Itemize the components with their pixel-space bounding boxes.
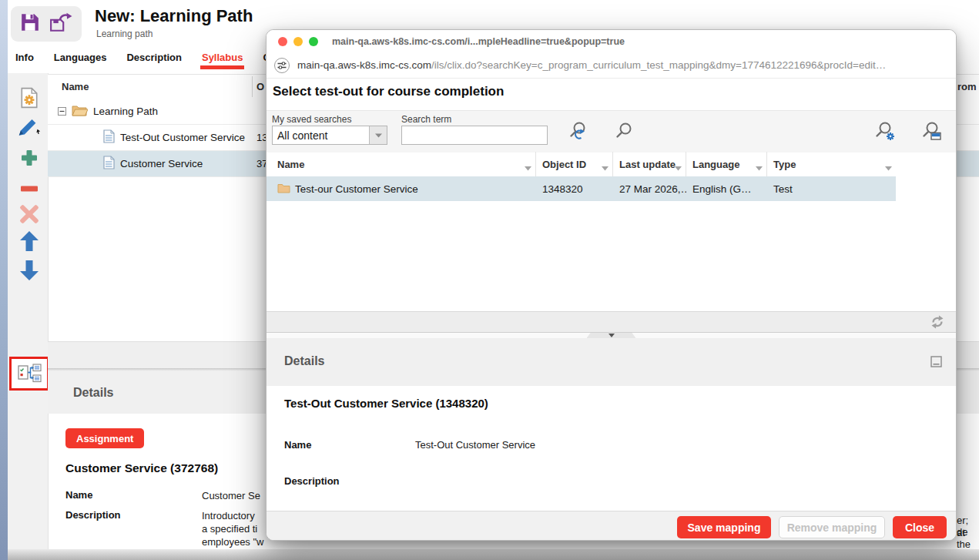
close-window-button[interactable] (278, 37, 287, 46)
document-icon (103, 156, 115, 173)
tree-item-label[interactable]: Customer Service (120, 158, 203, 169)
tree-item-label[interactable]: Test-Out Customer Service (120, 132, 245, 143)
add-icon[interactable] (18, 146, 41, 169)
filter-dropdown-icon[interactable] (524, 161, 532, 175)
column-header-name[interactable]: Name (267, 152, 536, 176)
saved-search-icon[interactable] (921, 121, 943, 144)
column-divider (252, 76, 253, 97)
tab-info[interactable]: Info (14, 52, 35, 69)
tree-item-label[interactable]: Learning Path (93, 106, 158, 117)
popup-details-header-bar: Details (267, 338, 956, 386)
details-header-label: Details (284, 354, 324, 368)
delete-icon[interactable] (18, 203, 41, 226)
remove-icon[interactable] (18, 177, 41, 200)
save-mapping-button[interactable]: Save mapping (677, 516, 771, 538)
tree-column-object-id-partial[interactable]: O (256, 81, 264, 92)
site-settings-icon[interactable] (274, 58, 290, 73)
popup-titlebar[interactable]: main-qa.aws-k8s.imc-cs.com/i...mpleHeadl… (267, 30, 956, 54)
popup-button-bar: Save mapping Remove mapping Close (267, 511, 956, 541)
collapse-expander-icon[interactable] (58, 105, 66, 119)
new-object-icon[interactable] (18, 86, 41, 109)
search-term-label: Search term (401, 114, 451, 125)
tab-syllabus[interactable]: Syllabus (200, 52, 244, 69)
page-title: New: Learning Path (95, 6, 253, 26)
result-row-selected[interactable]: Test-our Customer Service 1348320 27 Mar… (267, 176, 896, 201)
column-header-object-id[interactable]: Object ID (536, 152, 613, 176)
name-value: Customer Se (202, 489, 260, 502)
results-footer-bar (267, 311, 956, 333)
description-value-line: a specified ti (202, 522, 257, 535)
popup-heading: Select test-out for course completion (273, 84, 504, 99)
popup-window: main-qa.aws-k8s.imc-cs.com/i...mpleHeadl… (266, 29, 957, 541)
window-bottom-edge (8, 549, 979, 560)
tree-column-name[interactable]: Name (62, 81, 89, 92)
column-header-type[interactable]: Type (767, 152, 896, 176)
url-path: /ils/clix.do?searchKey=c_program_curricu… (431, 59, 886, 71)
saved-searches-selected-value: All content (273, 129, 369, 142)
saved-searches-select[interactable]: All content (272, 126, 387, 145)
zoom-window-button[interactable] (309, 37, 318, 46)
edit-icon[interactable] (18, 116, 41, 139)
save-toolbar (11, 6, 82, 42)
move-up-icon[interactable] (18, 230, 41, 253)
description-label: Description (284, 475, 340, 487)
filter-dropdown-icon[interactable] (674, 161, 682, 175)
search-term-input[interactable] (401, 126, 548, 145)
document-icon (103, 129, 115, 146)
popup-window-title: main-qa.aws-k8s.imc-cs.com/i...mpleHeadl… (332, 36, 625, 47)
save-icon[interactable] (20, 12, 40, 35)
tab-languages[interactable]: Languages (52, 52, 109, 69)
splitter-handle[interactable] (587, 333, 636, 338)
description-label: Description (65, 509, 121, 521)
search-bar: My saved searches All content Search ter… (267, 110, 956, 153)
column-label: Object ID (536, 159, 586, 170)
highlight-annotation (9, 357, 49, 391)
column-header-language[interactable]: Language (686, 152, 767, 176)
minimize-window-button[interactable] (293, 37, 303, 46)
folder-icon (277, 183, 290, 196)
description-right-fragment: at the (957, 527, 979, 550)
tab-description[interactable]: Description (125, 52, 183, 69)
tree-column-right-partial[interactable]: rom (957, 81, 977, 92)
url-domain: main-qa.aws-k8s.imc-cs.com (297, 59, 431, 71)
result-type: Test (767, 176, 896, 201)
test-mapping-icon[interactable] (17, 364, 42, 384)
move-down-icon[interactable] (18, 259, 41, 282)
syllabus-toolbar (8, 73, 49, 560)
page-subtitle: Learning path (96, 29, 153, 39)
close-button[interactable]: Close (893, 516, 947, 538)
save-and-close-icon[interactable] (49, 12, 72, 35)
results-table-header: Name Object ID Last update Language Type (267, 152, 896, 177)
collapse-panel-icon[interactable] (930, 356, 942, 371)
result-language: English (G… (686, 176, 767, 201)
column-label: Last update (613, 159, 676, 170)
tab-bar: Info Languages Description Syllabus Clas… (14, 48, 300, 69)
address-url[interactable]: main-qa.aws-k8s.imc-cs.com/ils/clix.do?s… (297, 59, 886, 71)
column-label: Language (686, 159, 739, 170)
result-last-update: 27 Mar 2026,… (613, 176, 686, 201)
filter-dropdown-icon[interactable] (884, 161, 893, 175)
result-name: Test-our Customer Service (295, 183, 418, 195)
chevron-down-icon[interactable] (369, 126, 387, 144)
assignment-button[interactable]: Assignment (65, 428, 144, 448)
search-icon[interactable] (613, 121, 635, 144)
name-value: Test-Out Customer Service (415, 439, 535, 451)
column-label: Type (767, 159, 796, 170)
result-object-id: 1348320 (536, 176, 613, 201)
search-and-reset-icon[interactable] (567, 121, 588, 144)
remove-mapping-button[interactable]: Remove mapping (779, 516, 885, 538)
name-label: Name (284, 439, 311, 451)
filter-dropdown-icon[interactable] (755, 161, 763, 175)
details-header-label: Details (73, 386, 113, 400)
details-title: Customer Service (372768) (65, 461, 218, 475)
selected-object-title: Test-Out Customer Service (1348320) (284, 397, 488, 410)
refresh-icon[interactable] (930, 314, 945, 333)
search-settings-icon[interactable] (875, 121, 897, 144)
popup-details-panel: Test-Out Customer Service (1348320) Name… (267, 386, 956, 511)
filter-dropdown-icon[interactable] (601, 161, 609, 175)
saved-searches-label: My saved searches (272, 114, 351, 125)
name-label: Name (65, 489, 92, 501)
column-label: Name (267, 159, 304, 170)
column-header-last-update[interactable]: Last update (613, 152, 686, 176)
description-value-line: employees "w (202, 535, 263, 548)
